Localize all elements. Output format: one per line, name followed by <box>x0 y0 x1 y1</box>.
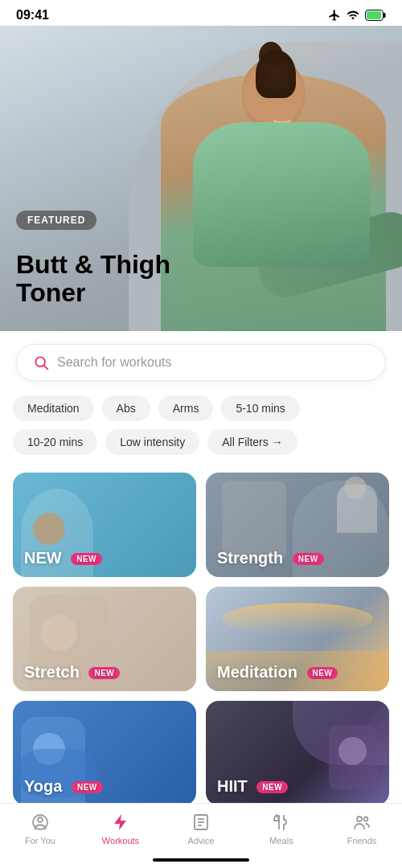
airplane-icon <box>328 9 341 22</box>
workout-label-strength: Strength NEW <box>217 549 324 567</box>
new-badge-yoga: NEW <box>72 781 103 793</box>
search-placeholder: Search for workouts <box>57 355 171 370</box>
workout-card-stretch[interactable]: Stretch NEW <box>13 587 196 691</box>
workout-card-hiit[interactable]: HIIT NEW <box>206 701 389 805</box>
lightning-icon <box>110 812 131 833</box>
nav-item-for-you[interactable]: For You <box>0 812 80 845</box>
svg-line-4 <box>44 366 48 370</box>
svg-rect-1 <box>367 11 381 19</box>
status-icons <box>328 9 386 22</box>
chip-meditation[interactable]: Meditation <box>13 395 94 421</box>
nav-label-meals: Meals <box>269 836 293 845</box>
nav-label-workouts: Workouts <box>102 836 139 845</box>
person-circle-icon <box>30 812 51 833</box>
nav-label-friends: Friends <box>347 836 377 845</box>
workout-label-new: NEW NEW <box>24 549 102 567</box>
cutlery-icon <box>271 812 292 833</box>
chip-low-intensity[interactable]: Low intensity <box>105 429 199 455</box>
chip-arms[interactable]: Arms <box>158 395 214 421</box>
workout-card-new[interactable]: NEW NEW <box>13 473 196 577</box>
new-badge-stretch: NEW <box>88 667 120 679</box>
nav-label-for-you: For You <box>25 836 55 845</box>
svg-point-14 <box>364 817 368 821</box>
search-bar[interactable]: Search for workouts <box>16 344 386 381</box>
new-badge-strength: NEW <box>293 553 324 565</box>
filter-section: Meditation Abs Arms 5-10 mins 10-20 mins… <box>0 387 402 466</box>
search-icon <box>33 354 49 371</box>
search-container: Search for workouts <box>0 331 402 387</box>
status-time: 09:41 <box>16 8 49 23</box>
nav-label-advice: Advice <box>187 836 214 845</box>
nav-item-advice[interactable]: Advice <box>161 812 241 845</box>
nav-item-friends[interactable]: Friends <box>322 812 402 845</box>
workout-card-meditation[interactable]: Meditation NEW <box>206 587 389 691</box>
chip-abs[interactable]: Abs <box>102 395 150 421</box>
workout-label-yoga: Yoga NEW <box>24 777 103 796</box>
hero-section: FEATURED Butt & Thigh Toner <box>0 26 402 331</box>
nav-item-workouts[interactable]: Workouts <box>80 812 161 845</box>
hero-title: Butt & Thigh Toner <box>16 251 225 307</box>
svg-rect-2 <box>384 13 386 18</box>
chip-all-filters[interactable]: All Filters → <box>207 429 297 455</box>
filter-row-2: 10-20 mins Low intensity All Filters → <box>13 429 389 455</box>
workout-label-hiit: HIIT NEW <box>217 777 288 796</box>
svg-point-6 <box>38 817 43 822</box>
workout-label-stretch: Stretch NEW <box>24 663 120 682</box>
chip-5-10-mins[interactable]: 5-10 mins <box>221 395 299 421</box>
workout-grid: NEW NEW Strength NEW Stretch NEW <box>0 466 402 812</box>
workout-card-strength[interactable]: Strength NEW <box>206 473 389 577</box>
document-list-icon <box>191 812 211 833</box>
new-badge-hiit: NEW <box>256 781 288 793</box>
chip-10-20-mins[interactable]: 10-20 mins <box>13 429 97 455</box>
status-bar: 09:41 <box>0 0 402 26</box>
wifi-icon <box>346 9 360 22</box>
bottom-nav: For You Workouts Advice <box>0 803 402 868</box>
workout-card-yoga[interactable]: Yoga NEW <box>13 701 196 805</box>
new-badge-new: NEW <box>71 553 102 565</box>
filter-row-1: Meditation Abs Arms 5-10 mins <box>13 395 389 421</box>
workout-label-meditation: Meditation NEW <box>217 663 338 682</box>
new-badge-meditation: NEW <box>307 667 338 679</box>
nav-item-meals[interactable]: Meals <box>241 812 322 845</box>
battery-icon <box>365 10 386 21</box>
svg-point-13 <box>357 817 362 821</box>
people-icon <box>351 812 372 833</box>
featured-badge: FEATURED <box>16 211 96 230</box>
